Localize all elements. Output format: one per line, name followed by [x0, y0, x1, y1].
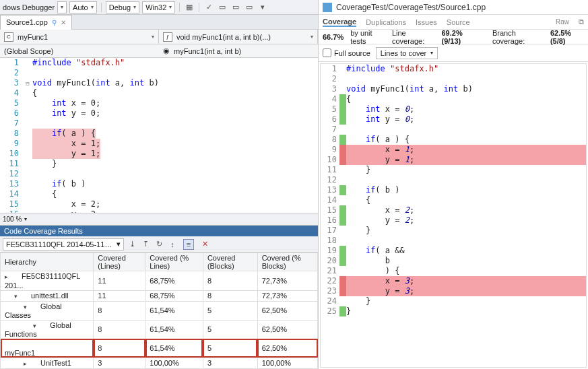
sonar-code-line[interactable]: x = 1; [346, 145, 586, 155]
tab-title: Source1.cpp [6, 18, 48, 26]
overall-pct: 66.7% [323, 33, 344, 41]
code-line[interactable]: x = 1; [32, 139, 318, 149]
sonar-code-line[interactable]: } [346, 226, 586, 236]
sonar-code-line[interactable]: if( b ) [346, 185, 586, 195]
file-path: CoverageTest/CoverageTest/Source1.cpp [336, 3, 486, 12]
sonar-code-line[interactable]: } [346, 165, 586, 175]
table-row[interactable]: ▾Global Classes861,54%562,50% [1, 301, 318, 320]
code-line[interactable] [32, 169, 318, 179]
sonar-code-line[interactable] [346, 175, 586, 185]
sonar-code-line[interactable]: y = 1; [346, 155, 586, 165]
debugger-combo[interactable]: ▾ [57, 1, 67, 13]
tool-btn-6[interactable]: ▾ [257, 2, 268, 13]
col-header[interactable]: Covered (Lines) [94, 253, 145, 271]
code-editor[interactable]: 1234567891011121314151617181920212223242… [0, 58, 318, 213]
sonar-code-line[interactable]: } [346, 306, 586, 316]
mode-combo[interactable]: Auto▾ [69, 1, 97, 13]
sonar-code-line[interactable]: { [346, 195, 586, 205]
sonar-code-line[interactable]: } [346, 296, 586, 306]
sonar-code[interactable]: 1234567891011121314151617181920212223242… [320, 63, 587, 368]
sonar-code-line[interactable]: x = 3; [346, 276, 586, 286]
by-label: by unit tests [350, 29, 385, 45]
tab-source[interactable]: Source [447, 18, 470, 26]
tool-btn-2[interactable]: ✓ [203, 2, 214, 13]
sonar-code-line[interactable]: if( a && [346, 246, 586, 256]
table-row[interactable]: ▾unittest1.dll1168,75%872,73% [1, 290, 318, 301]
new-window-icon[interactable]: ⧉ [579, 18, 584, 26]
results-combo[interactable]: FE5CB31110QFL 2014-05-11 19_48_05 ▾ [3, 238, 124, 250]
scope-left[interactable]: (Global Scope) [0, 47, 159, 55]
sonar-code-line[interactable]: int y = 0; [346, 114, 586, 125]
zoom-indicator[interactable]: 100 %▾ [0, 213, 318, 225]
nav-left-label: myFunc1 [18, 33, 48, 41]
nav-left-combo[interactable]: C myFunc1 ▾ [0, 30, 159, 44]
editor-tabbar: Source1.cpp ⚲ ✕ [0, 15, 318, 30]
line-cov-val: 69.2% (9/13) [441, 29, 478, 45]
highlight-icon[interactable]: ≡ [183, 239, 194, 250]
code-line[interactable] [32, 119, 318, 129]
col-header[interactable]: Covered (Blocks) [203, 253, 257, 271]
tool-btn-5[interactable]: ▭ [244, 2, 255, 13]
close-icon[interactable]: ✕ [61, 19, 66, 26]
code-line[interactable]: x = 2; [32, 199, 318, 209]
sonar-code-line[interactable]: #include "stdafx.h" [346, 64, 586, 74]
nav-right-combo[interactable]: ƒ void myFunc1(int a, int b)(...) ▾ [159, 30, 318, 44]
sonar-code-line[interactable]: { [346, 94, 586, 104]
code-line[interactable]: void myFunc1(int a, int b) [32, 78, 318, 88]
table-row[interactable]: ▸UnitTest13100,00%3100,00% [1, 358, 318, 368]
tab-duplications[interactable]: Duplications [366, 18, 406, 26]
col-header[interactable]: Covered (% Lines) [145, 253, 203, 271]
platform-combo[interactable]: Win32▾ [142, 1, 175, 13]
sonar-code-line[interactable]: void myFunc1(int a, int b) [346, 84, 586, 94]
sonar-stats: 66.7% by unit tests Line coverage: 69.2%… [319, 30, 588, 44]
table-row[interactable]: myFunc1861,54%562,50% [1, 339, 318, 358]
sonar-code-line[interactable]: x = 2; [346, 205, 586, 215]
code-line[interactable]: y = 2; [32, 209, 318, 213]
code-line[interactable]: if( a ) { [32, 129, 318, 139]
nav-right-label: void myFunc1(int a, int b)(...) [176, 33, 271, 41]
table-row[interactable]: ▸FE5CB31110QFL 201...1168,75%872,73% [1, 271, 318, 290]
code-line[interactable]: #include "stdafx.h" [32, 58, 318, 68]
tool-btn-4[interactable]: ▭ [230, 2, 241, 13]
col-header[interactable]: Covered (% Blocks) [257, 253, 317, 271]
fullsource-check[interactable]: Full source [323, 48, 370, 57]
merge-icon[interactable]: ↕ [167, 239, 178, 250]
code-line[interactable]: { [32, 189, 318, 199]
code-line[interactable]: int x = 0; [32, 98, 318, 108]
tool-btn-3[interactable]: ▭ [217, 2, 228, 13]
col-header[interactable]: Hierarchy [1, 253, 94, 271]
export-icon[interactable]: ⤒ [140, 239, 151, 250]
delete-icon[interactable]: ✕ [199, 239, 210, 250]
import-icon[interactable]: ⤓ [127, 239, 137, 250]
scope-right[interactable]: ◉ myFunc1(int a, int b) [159, 46, 318, 55]
editor-tab[interactable]: Source1.cpp ⚲ ✕ [0, 15, 72, 30]
table-row[interactable]: ▾Global Functions861,54%562,50% [1, 320, 318, 339]
sonar-code-line[interactable]: b [346, 256, 586, 266]
type-icon: C [4, 32, 13, 42]
sonar-code-line[interactable] [346, 236, 586, 246]
pin-icon[interactable]: ⚲ [52, 19, 57, 26]
branch-cov-label: Branch coverage: [492, 29, 544, 45]
sonar-code-line[interactable]: int x = 0; [346, 104, 586, 114]
raw-link[interactable]: Raw [556, 18, 569, 26]
refresh-icon[interactable]: ↻ [154, 239, 164, 250]
sonar-code-line[interactable] [346, 125, 586, 135]
code-line[interactable]: int y = 0; [32, 108, 318, 119]
sonar-code-line[interactable]: ) { [346, 266, 586, 276]
code-line[interactable]: if( b ) [32, 179, 318, 189]
sonar-code-line[interactable]: y = 3; [346, 286, 586, 296]
config-combo[interactable]: Debug▾ [106, 1, 139, 13]
tool-btn-1[interactable]: ▦ [184, 2, 195, 13]
cover-mode-select[interactable]: Lines to cover▾ [376, 47, 438, 59]
code-line[interactable] [32, 68, 318, 78]
sonar-code-line[interactable]: y = 2; [346, 215, 586, 226]
tab-issues[interactable]: Issues [416, 18, 437, 26]
tab-coverage[interactable]: Coverage [323, 18, 356, 27]
code-line[interactable]: } [32, 159, 318, 169]
coverage-toolbar: FE5CB31110QFL 2014-05-11 19_48_05 ▾ ⤓ ⤒ … [0, 236, 318, 253]
sonar-code-line[interactable]: if( a ) { [346, 135, 586, 145]
code-line[interactable]: { [32, 88, 318, 98]
debugger-label: dows Debugger [3, 3, 55, 11]
sonar-code-line[interactable] [346, 74, 586, 84]
code-line[interactable]: y = 1; [32, 149, 318, 159]
